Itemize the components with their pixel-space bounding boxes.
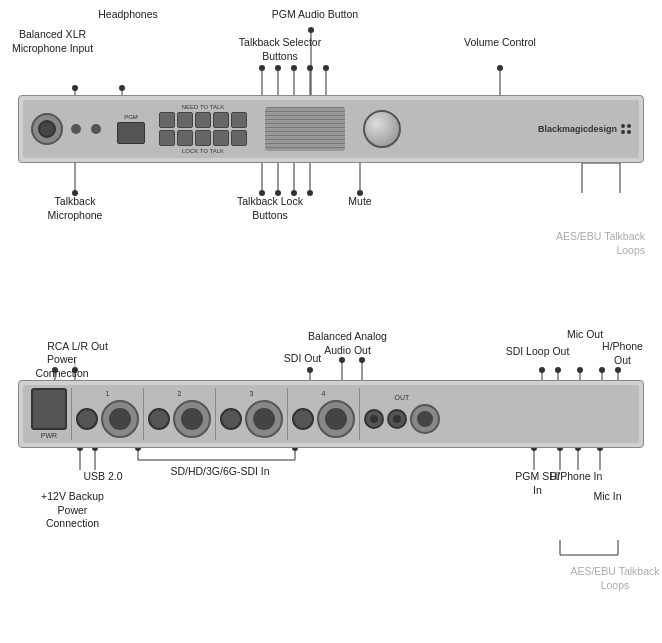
label-mute: Mute bbox=[335, 195, 385, 209]
pgm-button[interactable] bbox=[117, 122, 145, 144]
svg-point-47 bbox=[555, 367, 561, 373]
svg-point-15 bbox=[323, 65, 329, 71]
sdi-port-2 bbox=[148, 408, 170, 430]
tb-btn-7[interactable] bbox=[177, 130, 193, 146]
bmd-d1 bbox=[621, 124, 625, 128]
bmd-d4 bbox=[627, 130, 631, 134]
power-section: PWR bbox=[31, 388, 67, 440]
svg-point-1 bbox=[72, 85, 78, 91]
label-balanced-xlr: Balanced XLR Microphone Input bbox=[10, 28, 95, 55]
tb-btn-9[interactable] bbox=[213, 130, 229, 146]
headphone-port bbox=[71, 124, 81, 134]
bmd-icon bbox=[621, 124, 631, 134]
tb-btn-5[interactable] bbox=[231, 112, 247, 128]
div3 bbox=[215, 388, 216, 440]
talkback-button-grid bbox=[159, 112, 247, 146]
pgm-sdi-inner bbox=[370, 415, 378, 423]
svg-point-3 bbox=[119, 85, 125, 91]
ch3-label: 3 bbox=[250, 390, 254, 398]
tb-btn-10[interactable] bbox=[231, 130, 247, 146]
top-panel: PGM NEED TO TALK LOCK TO T bbox=[18, 95, 644, 163]
label-sd-hd-sdi: SD/HD/3G/6G-SDI In bbox=[155, 465, 285, 479]
div5 bbox=[359, 388, 360, 440]
div1 bbox=[71, 388, 72, 440]
svg-point-5 bbox=[308, 27, 314, 33]
svg-point-51 bbox=[599, 367, 605, 373]
bmd-text: Blackmagicdesign bbox=[538, 124, 617, 134]
label-aes-ebu-top: AES/EBU Talkback Loops bbox=[555, 230, 645, 257]
ch4-ports bbox=[292, 400, 355, 438]
bmd-d2 bbox=[627, 124, 631, 128]
hphone-in-inner bbox=[393, 415, 401, 423]
svg-point-41 bbox=[359, 357, 365, 363]
ch2-label: 2 bbox=[178, 390, 182, 398]
div4 bbox=[287, 388, 288, 440]
tb-btn-1[interactable] bbox=[159, 112, 175, 128]
sdi-xlr-2: 2 bbox=[148, 390, 211, 438]
out-ports bbox=[364, 404, 440, 434]
svg-point-43 bbox=[307, 367, 313, 373]
svg-point-11 bbox=[291, 65, 297, 71]
tb-btn-8[interactable] bbox=[195, 130, 211, 146]
xlr-bottom-inner-3 bbox=[253, 408, 275, 430]
svg-point-17 bbox=[497, 65, 503, 71]
svg-point-39 bbox=[339, 357, 345, 363]
xlr-bottom-3 bbox=[245, 400, 283, 438]
label-aes-ebu-bottom: AES/EBU Talkback Loops bbox=[570, 565, 660, 592]
label-talkback-selector: Talkback Selector Buttons bbox=[235, 36, 325, 63]
hphone-in-port bbox=[387, 409, 407, 429]
label-sdi-out: SDI Out bbox=[270, 352, 335, 366]
xlr-bottom-5 bbox=[410, 404, 440, 434]
power-inlet bbox=[31, 388, 67, 430]
label-headphones: Headphones bbox=[88, 8, 168, 22]
sdi-xlr-1: 1 bbox=[76, 390, 139, 438]
xlr-mic-connector bbox=[31, 113, 63, 145]
svg-point-13 bbox=[307, 65, 313, 71]
output-section: OUT bbox=[364, 394, 440, 434]
bmd-logo: Blackmagicdesign bbox=[538, 124, 631, 134]
speaker-grille bbox=[265, 107, 345, 151]
label-usb: USB 2.0 bbox=[78, 470, 128, 484]
svg-point-7 bbox=[259, 65, 265, 71]
ch4-label: 4 bbox=[322, 390, 326, 398]
svg-point-9 bbox=[275, 65, 281, 71]
sdi-port-1 bbox=[76, 408, 98, 430]
ch2-ports bbox=[148, 400, 211, 438]
xlr-bottom-1 bbox=[101, 400, 139, 438]
tb-btn-3[interactable] bbox=[195, 112, 211, 128]
xlr-bottom-inner-4 bbox=[325, 408, 347, 430]
label-sdi-loop-out: SDI Loop Out bbox=[505, 345, 570, 359]
xlr-bottom-inner-1 bbox=[109, 408, 131, 430]
svg-point-49 bbox=[577, 367, 583, 373]
sdi-port-3 bbox=[220, 408, 242, 430]
div2 bbox=[143, 388, 144, 440]
label-mic-in: Mic In bbox=[580, 490, 635, 504]
svg-point-53 bbox=[615, 367, 621, 373]
volume-knob[interactable] bbox=[363, 110, 401, 148]
tb-btn-4[interactable] bbox=[213, 112, 229, 128]
xlr-bottom-inner-5 bbox=[417, 411, 433, 427]
bmd-d3 bbox=[621, 130, 625, 134]
svg-point-45 bbox=[539, 367, 545, 373]
tb-btn-2[interactable] bbox=[177, 112, 193, 128]
ch1-label: 1 bbox=[106, 390, 110, 398]
pgm-sdi-port bbox=[364, 409, 384, 429]
label-talkback-lock: Talkback Lock Buttons bbox=[225, 195, 315, 222]
sdi-port-4 bbox=[292, 408, 314, 430]
xlr-bottom-inner-2 bbox=[181, 408, 203, 430]
label-power-conn: Power Connection bbox=[22, 353, 102, 380]
out-label: OUT bbox=[395, 394, 410, 402]
xlr-inner bbox=[38, 120, 56, 138]
diagram-container: Headphones Balanced XLR Microphone Input… bbox=[0, 0, 662, 643]
headphone-port-2 bbox=[91, 124, 101, 134]
label-hphone-out: H/Phone Out bbox=[595, 340, 650, 367]
bottom-panel-inner: PWR 1 2 bbox=[23, 385, 639, 443]
ch3-ports bbox=[220, 400, 283, 438]
label-12v: +12V Backup Power Connection bbox=[30, 490, 115, 531]
xlr-bottom-2 bbox=[173, 400, 211, 438]
sdi-xlr-4: 4 bbox=[292, 390, 355, 438]
label-talkback-mic: Talkback Microphone bbox=[30, 195, 120, 222]
label-hphone-in: H/Phone In bbox=[546, 470, 606, 484]
tb-btn-6[interactable] bbox=[159, 130, 175, 146]
top-panel-inner: PGM NEED TO TALK LOCK TO T bbox=[23, 100, 639, 158]
